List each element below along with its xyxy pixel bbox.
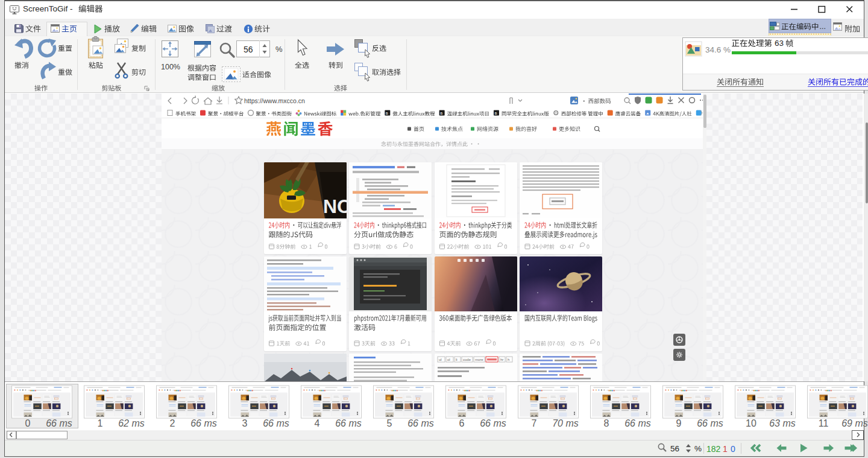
- svg-text:ul: ul: [439, 357, 442, 361]
- svg-text:h: h: [508, 357, 509, 361]
- svg-text:li: li: [456, 357, 458, 361]
- svg-text:more: more: [475, 357, 483, 361]
- svg-text:ol: ol: [447, 357, 450, 361]
- svg-text:NO: NO: [323, 196, 347, 217]
- svg-text:code: code: [463, 357, 471, 361]
- svg-text:hr: hr: [500, 357, 503, 361]
